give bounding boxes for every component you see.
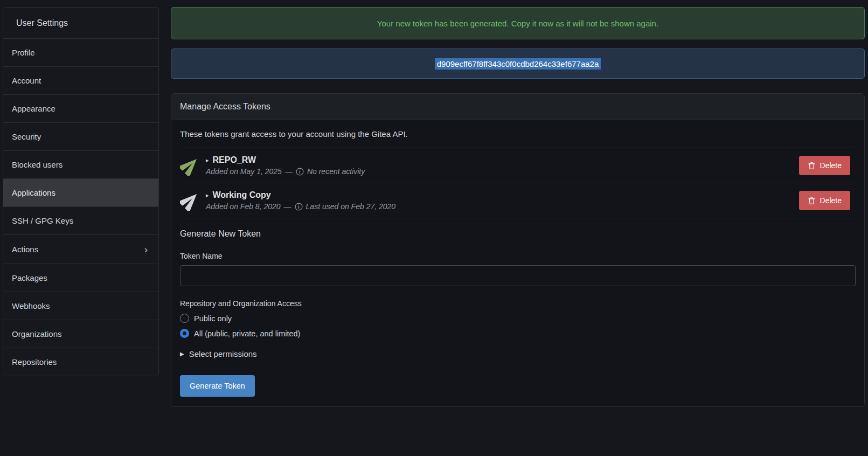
sidebar-title: User Settings (3, 8, 158, 38)
sidebar-item-security[interactable]: Security (3, 122, 158, 150)
sidebar-item-organizations[interactable]: Organizations (3, 320, 158, 348)
trash-icon (808, 197, 816, 205)
radio-button-icon-checked[interactable] (180, 329, 189, 338)
token-expand-toggle[interactable]: ▸ REPO_RW (206, 155, 799, 165)
settings-sidebar: User Settings Profile Account Appearance… (3, 7, 159, 376)
sidebar-item-appearance[interactable]: Appearance (3, 94, 158, 122)
info-icon (295, 203, 303, 211)
generate-new-token-section: Generate New Token Token Name Repository… (171, 218, 864, 406)
token-meta: Added on May 1, 2025 — No recent activit… (206, 167, 799, 176)
alert-message: Your new token has been generated. Copy … (377, 19, 658, 28)
triangle-right-icon: ▸ (206, 157, 209, 164)
radio-all-access[interactable]: All (public, private, and limited) (180, 329, 856, 338)
radio-button-icon[interactable] (180, 314, 189, 323)
token-name: Working Copy (213, 190, 271, 200)
sidebar-item-actions[interactable]: Actions › (3, 234, 158, 264)
triangle-right-icon: ▸ (206, 192, 209, 199)
delete-token-button[interactable]: Delete (799, 191, 850, 210)
info-icon (296, 168, 304, 176)
sidebar-item-account[interactable]: Account (3, 66, 158, 94)
delete-token-button[interactable]: Delete (799, 156, 850, 175)
main-content: Your new token has been generated. Copy … (171, 7, 865, 418)
panel-description: These tokens grant access to your accoun… (180, 120, 856, 148)
settings-page: User Settings Profile Account Appearance… (0, 0, 868, 418)
token-generated-alert: Your new token has been generated. Copy … (171, 7, 865, 39)
access-scope-label: Repository and Organization Access (180, 299, 856, 308)
radio-public-only[interactable]: Public only (180, 314, 856, 323)
sidebar-item-ssh-gpg-keys[interactable]: SSH / GPG Keys (3, 206, 158, 234)
token-expand-toggle[interactable]: ▸ Working Copy (206, 190, 799, 200)
paper-airplane-icon (180, 155, 200, 176)
sidebar-item-packages[interactable]: Packages (3, 264, 158, 292)
token-meta: Added on Feb 8, 2020 — Last used on Feb … (206, 202, 799, 211)
manage-access-tokens-panel: Manage Access Tokens These tokens grant … (171, 93, 865, 407)
panel-description-row: These tokens grant access to your accoun… (171, 120, 864, 148)
generate-token-button[interactable]: Generate Token (180, 375, 255, 397)
token-row: ▸ Working Copy Added on Feb 8, 2020 — La… (171, 183, 864, 218)
token-value[interactable]: d909ecff67f8ff343c0f0cdbd264c33ef677aa2a (435, 58, 601, 70)
sidebar-item-applications[interactable]: Applications (3, 178, 158, 206)
select-permissions-toggle[interactable]: ▶ Select permissions (180, 349, 856, 358)
token-name-input[interactable] (180, 265, 856, 286)
paper-airplane-icon (180, 190, 200, 211)
token-row: ▸ REPO_RW Added on May 1, 2025 — No rece… (171, 148, 864, 183)
sidebar-item-profile[interactable]: Profile (3, 38, 158, 66)
generate-section-title: Generate New Token (180, 229, 856, 239)
token-name: REPO_RW (213, 155, 256, 165)
chevron-right-icon: › (144, 244, 148, 254)
panel-title: Manage Access Tokens (171, 94, 864, 120)
trash-icon (808, 162, 816, 170)
token-name-label: Token Name (180, 252, 856, 260)
sidebar-item-repositories[interactable]: Repositories (3, 348, 158, 376)
sidebar-item-blocked-users[interactable]: Blocked users (3, 150, 158, 178)
new-token-value-bar[interactable]: d909ecff67f8ff343c0f0cdbd264c33ef677aa2a (171, 49, 865, 79)
triangle-right-icon: ▶ (180, 351, 184, 357)
sidebar-item-webhooks[interactable]: Webhooks (3, 292, 158, 320)
